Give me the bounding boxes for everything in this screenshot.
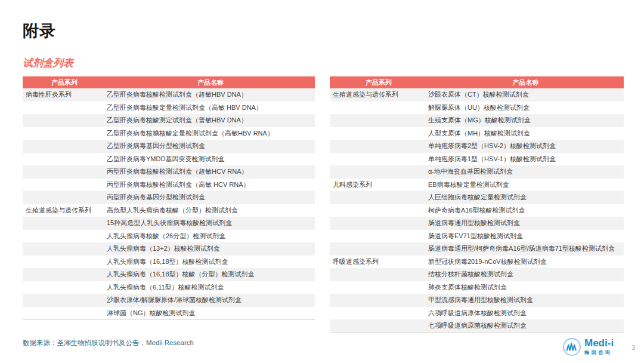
product-name-cell: 人乳头瘤病毒（6,11型）核酸检测试剂盒 (106, 281, 315, 294)
table-row: 肠道病毒EV71型核酸检测试剂盒 (330, 230, 624, 243)
product-name-cell: 甲型流感病毒通用型核酸检测试剂盒 (428, 294, 624, 307)
product-name-cell: 乙型肝炎病毒核酸测定试剂盒（普敏HBV DNA） (106, 114, 315, 127)
table-row: 儿科感染系列EB病毒核酸定量检测试剂盒 (330, 179, 624, 192)
product-name-cell: 生殖支原体（MG）核酸检测试剂盒 (428, 114, 624, 127)
section-subtitle: 试剂盒列表 (23, 56, 73, 70)
logo-wordmark: Medi-i (584, 338, 614, 348)
column-header-series: 产品系列 (330, 76, 428, 88)
logo-text: Medi-i 梅因咨询 (584, 338, 614, 356)
table-body-left: 病毒性肝炎系列乙型肝炎病毒核酸检测试剂盒（超敏HBV DNA）乙型肝炎病毒核酸定… (23, 88, 315, 320)
waveform-logo-icon (563, 338, 581, 356)
table-row: 肠道病毒通用型核酸检测试剂盒 (330, 217, 624, 230)
product-name-cell: EB病毒核酸定量检测试剂盒 (428, 179, 624, 192)
table-row: 淋球菌（NG）核酸检测试剂盒 (23, 307, 315, 320)
product-series-cell (23, 268, 106, 281)
table-row: 结核分枝杆菌核酸检测试剂盒 (330, 268, 624, 281)
product-series-cell (330, 114, 428, 127)
product-name-cell: 解脲脲原体（UU）核酸检测试剂盒 (428, 101, 624, 115)
table-row: 乙型肝炎病毒核酸定量检测试剂盒（高敏 HBV DNA） (23, 101, 315, 115)
table-row: 15种高危型人乳头状瘤病毒核酸检测试剂盒 (23, 217, 315, 230)
product-name-cell: 肠道病毒EV71型核酸检测试剂盒 (428, 230, 624, 243)
product-name-cell: 七项呼吸道病原菌核酸检测试剂盒 (428, 319, 624, 333)
product-series-cell (330, 242, 428, 256)
product-name-cell: 15种高危型人乳头状瘤病毒核酸检测试剂盒 (106, 217, 315, 230)
table-row: 生殖支原体（MG）核酸检测试剂盒 (330, 114, 624, 127)
table-row: 人乳头瘤病毒（6,11型）核酸检测试剂盒 (23, 281, 315, 294)
table-row: 单纯疱疹病毒1型（HSV-1）核酸检测试剂盒 (330, 153, 624, 166)
table-row: 乙型肝炎病毒YMDD基因突变检测试剂盒 (23, 153, 315, 166)
table-row: 七项呼吸道病原菌核酸检测试剂盒 (330, 319, 624, 333)
table-row: 生殖道感染与遗传系列沙眼衣原体（CT）核酸检测试剂盒 (330, 88, 624, 101)
product-name-cell: 人乳头瘤病毒（13+2）核酸检测试剂盒 (106, 242, 315, 256)
kit-table-right: 产品系列 产品名称 生殖道感染与遗传系列沙眼衣原体（CT）核酸检测试剂盒解脲脲原… (330, 76, 624, 333)
product-name-cell: 人型支原体（MH）核酸检测试剂盒 (428, 127, 624, 140)
product-name-cell: 丙型肝炎病毒基因分型检测试剂盒 (106, 191, 315, 204)
product-name-cell: 丙型肝炎病毒核酸检测试剂盒（超敏HCV RNA） (106, 165, 315, 179)
product-series-cell (330, 319, 428, 333)
product-name-cell: 柯萨奇病毒A16型核酸检测试剂盒 (428, 204, 624, 217)
product-series-cell (23, 101, 106, 115)
logo-subtext: 梅因咨询 (584, 349, 614, 356)
table-header-row: 产品系列 产品名称 (330, 76, 624, 88)
product-name-cell: 乙型肝炎病毒YMDD基因突变检测试剂盒 (106, 153, 315, 166)
table-row: 生殖道感染与遗传系列高危型人乳头瘤病毒核酸（分型）检测试剂盒 (23, 204, 315, 217)
product-name-cell: 淋球菌（NG）核酸检测试剂盒 (106, 307, 315, 320)
product-name-cell: 乙型肝炎病毒核酸检测试剂盒（超敏HBV DNA） (106, 88, 315, 101)
product-name-cell: 沙眼衣原体（CT）核酸检测试剂盒 (428, 88, 624, 101)
column-header-product: 产品名称 (106, 76, 315, 88)
product-name-cell: 肺炎支原体核酸检测试剂盒 (428, 281, 624, 294)
product-name-cell: 高危型人乳头瘤病毒核酸（分型）检测试剂盒 (106, 204, 315, 217)
product-series-cell (23, 281, 106, 294)
product-name-cell: 肠道病毒通用型/柯萨奇病毒A16型/肠道病毒71型核酸检测试剂盒 (428, 242, 624, 256)
table-row: 人乳头瘤病毒（16,18型）核酸（分型）检测试剂盒 (23, 268, 315, 281)
table-row: 人型支原体（MH）核酸检测试剂盒 (330, 127, 624, 140)
product-series-cell (330, 307, 428, 320)
page-number: 3 (631, 344, 635, 351)
page-title: 附录 (23, 20, 56, 42)
table-row: 人乳头瘤病毒核酸（26分型）检测试剂盒 (23, 230, 315, 243)
table-row: 丙型肝炎病毒核酸检测试剂盒（超敏HCV RNA） (23, 165, 315, 179)
report-slide: 附录 试剂盒列表 产品系列 产品名称 病毒性肝炎系列乙型肝炎病毒核酸检测试剂盒（… (0, 0, 644, 363)
product-series-cell (330, 268, 428, 281)
table-row: α-地中海贫血基因检测试剂盒 (330, 165, 624, 179)
product-series-cell (330, 294, 428, 307)
product-series-cell (330, 204, 428, 217)
product-series-cell (23, 294, 106, 307)
product-name-cell: α-地中海贫血基因检测试剂盒 (428, 165, 624, 179)
product-series-cell (330, 165, 428, 179)
product-name-cell: 乙型肝炎病毒核糖核酸定量检测试剂盒（高敏HBV RNA） (106, 127, 315, 140)
table-header-row: 产品系列 产品名称 (23, 76, 315, 88)
product-name-cell: 人乳头瘤病毒（16,18型）核酸（分型）检测试剂盒 (106, 268, 315, 281)
table-row: 人乳头瘤病毒（16,18型）核酸检测试剂盒 (23, 256, 315, 269)
column-header-product: 产品名称 (428, 76, 624, 88)
column-header-series: 产品系列 (23, 76, 106, 88)
table-row: 解脲脲原体（UU）核酸检测试剂盒 (330, 101, 624, 115)
product-series-cell (330, 101, 428, 115)
table-row: 乙型肝炎病毒核糖核酸定量检测试剂盒（高敏HBV RNA） (23, 127, 315, 140)
table-row: 甲型流感病毒通用型核酸检测试剂盒 (330, 294, 624, 307)
product-series-cell (23, 153, 106, 166)
table-row: 乙型肝炎病毒核酸测定试剂盒（普敏HBV DNA） (23, 114, 315, 127)
product-name-cell: 人乳头瘤病毒核酸（26分型）检测试剂盒 (106, 230, 315, 243)
table-row: 丙型肝炎病毒基因分型检测试剂盒 (23, 191, 315, 204)
table-row: 乙型肝炎病毒基因分型检测试剂盒 (23, 140, 315, 153)
product-series-cell (330, 230, 428, 243)
product-name-cell: 人巨细胞病毒核酸定量检测试剂盒 (428, 191, 624, 204)
product-name-cell: 乙型肝炎病毒核酸定量检测试剂盒（高敏 HBV DNA） (106, 101, 315, 115)
table-row: 肺炎支原体核酸检测试剂盒 (330, 281, 624, 294)
product-name-cell: 结核分枝杆菌核酸检测试剂盒 (428, 268, 624, 281)
product-name-cell: 单纯疱疹病毒2型（HSV-2）核酸检测试剂盒 (428, 140, 624, 153)
product-name-cell: 人乳头瘤病毒（16,18型）核酸检测试剂盒 (106, 256, 315, 269)
product-series-cell (23, 307, 106, 320)
product-series-cell: 儿科感染系列 (330, 179, 428, 192)
source-note: 数据来源：圣湘生物招股说明书及公告，Medii Research (23, 339, 194, 347)
product-series-cell (23, 140, 106, 153)
table-row: 人巨细胞病毒核酸定量检测试剂盒 (330, 191, 624, 204)
product-series-cell (330, 127, 428, 140)
table-row: 六项呼吸道病原体核酸检测试剂盒 (330, 307, 624, 320)
table-row: 肠道病毒通用型/柯萨奇病毒A16型/肠道病毒71型核酸检测试剂盒 (330, 242, 624, 256)
table-row: 呼吸道感染系列新型冠状病毒2019-nCoV核酸检测试剂盒 (330, 256, 624, 269)
product-series-cell: 生殖道感染与遗传系列 (23, 204, 106, 217)
product-series-cell (330, 217, 428, 230)
product-series-cell (330, 281, 428, 294)
